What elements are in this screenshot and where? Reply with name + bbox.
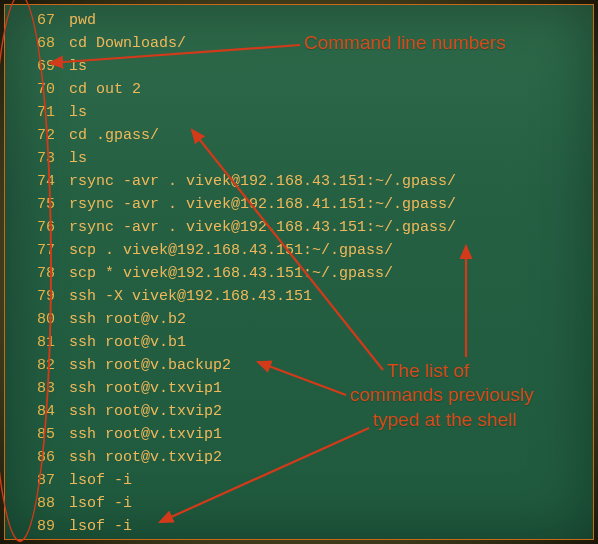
line-number: 68 bbox=[5, 32, 69, 55]
line-number: 87 bbox=[5, 469, 69, 492]
line-number: 78 bbox=[5, 262, 69, 285]
command-text: ssh root@v.txvip2 bbox=[69, 400, 222, 423]
command-text: lsof -i bbox=[69, 469, 132, 492]
command-text: rsync -avr . vivek@192.168.41.151:~/.gpa… bbox=[69, 193, 456, 216]
command-text: lsof -i bbox=[69, 515, 132, 538]
command-text: rsync -avr . vivek@192.168.43.151:~/.gpa… bbox=[69, 216, 456, 239]
history-line: 69ls bbox=[5, 55, 593, 78]
command-text: ssh root@v.backup2 bbox=[69, 354, 231, 377]
history-line: 77scp . vivek@192.168.43.151:~/.gpass/ bbox=[5, 239, 593, 262]
command-text: ssh -X vivek@192.168.43.151 bbox=[69, 285, 312, 308]
line-number: 67 bbox=[5, 9, 69, 32]
history-line: 80ssh root@v.b2 bbox=[5, 308, 593, 331]
history-line: 78scp * vivek@192.168.43.151:~/.gpass/ bbox=[5, 262, 593, 285]
history-line: 73ls bbox=[5, 147, 593, 170]
history-line: 85ssh root@v.txvip1 bbox=[5, 423, 593, 446]
command-text: ssh root@v.txvip1 bbox=[69, 423, 222, 446]
line-number: 85 bbox=[5, 423, 69, 446]
line-number: 82 bbox=[5, 354, 69, 377]
line-number: 86 bbox=[5, 446, 69, 469]
line-number: 76 bbox=[5, 216, 69, 239]
line-number: 72 bbox=[5, 124, 69, 147]
line-number: 83 bbox=[5, 377, 69, 400]
command-text: pwd bbox=[69, 9, 96, 32]
history-line: 71ls bbox=[5, 101, 593, 124]
terminal-window: 67pwd68cd Downloads/69ls70cd out 271ls72… bbox=[4, 4, 594, 540]
command-text: rsync -avr . vivek@192.168.43.151:~/.gpa… bbox=[69, 170, 456, 193]
history-line: 88lsof -i bbox=[5, 492, 593, 515]
line-number: 75 bbox=[5, 193, 69, 216]
history-line: 81ssh root@v.b1 bbox=[5, 331, 593, 354]
line-number: 81 bbox=[5, 331, 69, 354]
command-text: scp . vivek@192.168.43.151:~/.gpass/ bbox=[69, 239, 393, 262]
history-line: 68cd Downloads/ bbox=[5, 32, 593, 55]
history-line: 87lsof -i bbox=[5, 469, 593, 492]
line-number: 80 bbox=[5, 308, 69, 331]
line-number: 84 bbox=[5, 400, 69, 423]
line-number: 89 bbox=[5, 515, 69, 538]
command-text: cd .gpass/ bbox=[69, 124, 159, 147]
history-line: 67pwd bbox=[5, 9, 593, 32]
command-text: scp * vivek@192.168.43.151:~/.gpass/ bbox=[69, 262, 393, 285]
command-text: ssh root@v.txvip2 bbox=[69, 446, 222, 469]
command-text: ls bbox=[69, 55, 87, 78]
command-text: ssh root@v.b2 bbox=[69, 308, 186, 331]
command-text: cd Downloads/ bbox=[69, 32, 186, 55]
history-line: 86ssh root@v.txvip2 bbox=[5, 446, 593, 469]
history-line: 72cd .gpass/ bbox=[5, 124, 593, 147]
history-line: 82ssh root@v.backup2 bbox=[5, 354, 593, 377]
history-line: 76rsync -avr . vivek@192.168.43.151:~/.g… bbox=[5, 216, 593, 239]
line-number: 69 bbox=[5, 55, 69, 78]
history-line: 83ssh root@v.txvip1 bbox=[5, 377, 593, 400]
line-number: 77 bbox=[5, 239, 69, 262]
command-text: ls bbox=[69, 147, 87, 170]
history-line: 79ssh -X vivek@192.168.43.151 bbox=[5, 285, 593, 308]
history-list: 67pwd68cd Downloads/69ls70cd out 271ls72… bbox=[5, 5, 593, 538]
history-line: 75rsync -avr . vivek@192.168.41.151:~/.g… bbox=[5, 193, 593, 216]
command-text: ssh root@v.b1 bbox=[69, 331, 186, 354]
line-number: 73 bbox=[5, 147, 69, 170]
line-number: 70 bbox=[5, 78, 69, 101]
history-line: 70cd out 2 bbox=[5, 78, 593, 101]
command-text: ssh root@v.txvip1 bbox=[69, 377, 222, 400]
command-text: lsof -i bbox=[69, 492, 132, 515]
history-line: 74rsync -avr . vivek@192.168.43.151:~/.g… bbox=[5, 170, 593, 193]
history-line: 89lsof -i bbox=[5, 515, 593, 538]
line-number: 79 bbox=[5, 285, 69, 308]
line-number: 71 bbox=[5, 101, 69, 124]
command-text: ls bbox=[69, 101, 87, 124]
line-number: 74 bbox=[5, 170, 69, 193]
line-number: 88 bbox=[5, 492, 69, 515]
command-text: cd out 2 bbox=[69, 78, 141, 101]
history-line: 84ssh root@v.txvip2 bbox=[5, 400, 593, 423]
